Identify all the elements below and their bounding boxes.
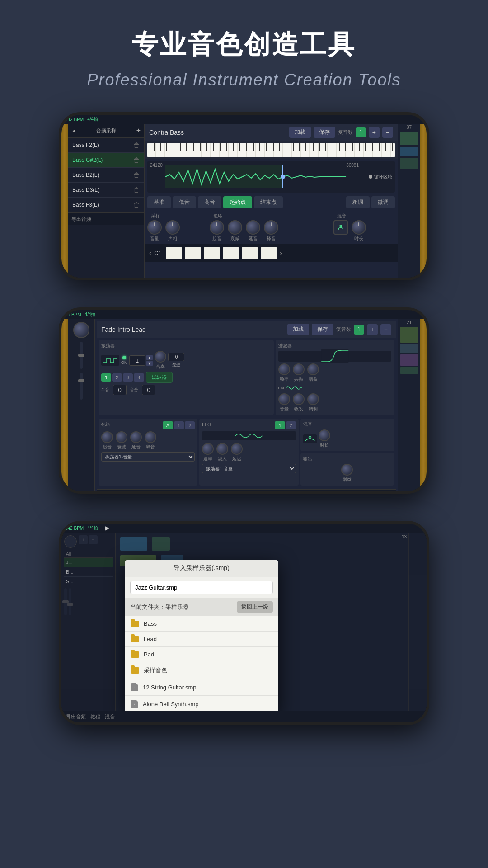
- piano-key-4[interactable]: [223, 247, 239, 259]
- env-tab-2[interactable]: 2: [185, 421, 195, 429]
- transpose-value[interactable]: 1: [129, 355, 145, 366]
- play-btn[interactable]: ▶: [105, 525, 109, 531]
- sidebar-list-btn[interactable]: ≡: [89, 535, 98, 544]
- priority-value[interactable]: 0: [168, 353, 184, 361]
- delete-track-icon-2[interactable]: 🗑: [133, 171, 140, 179]
- poly-minus-btn-2[interactable]: −: [380, 324, 391, 335]
- save-btn[interactable]: 保存: [314, 127, 335, 138]
- lfo-tab-1[interactable]: 1: [275, 421, 285, 429]
- list-item-bell[interactable]: ♪ Alone Bell Synth.smp: [125, 696, 278, 712]
- svg-point-6: [309, 437, 311, 439]
- transpose-up-btn[interactable]: ▲: [146, 355, 153, 360]
- transpose-down-btn[interactable]: ▼: [146, 361, 153, 366]
- poly-plus-btn[interactable]: +: [369, 127, 380, 138]
- on-label: ON: [121, 360, 127, 365]
- osc-tab-1[interactable]: 1: [101, 373, 111, 382]
- export-audio-btn[interactable]: 导出音频: [71, 216, 91, 222]
- load-btn-2[interactable]: 加载: [287, 324, 309, 335]
- env-tab-a[interactable]: A: [163, 421, 173, 429]
- osc-on-led[interactable]: [122, 356, 126, 359]
- poly-plus-btn-2[interactable]: +: [367, 324, 378, 335]
- wood-panel-left-2: [61, 319, 68, 491]
- nav-arrow[interactable]: ◄: [71, 128, 76, 133]
- import-dialog: 导入采样乐器(.smp) 当前文件夹：采样乐器 返回上一级 Bass: [125, 560, 278, 712]
- header-section: 专业音色创造工具 Professional Instrument Creatio…: [0, 0, 488, 112]
- page-title-zh: 专业音色创造工具: [18, 27, 470, 62]
- env-release-knob: 释音: [145, 431, 156, 450]
- track-list: ◄ 音频采样 + Bass F2(L) 🗑 Bass G#2(L) 🗑 Bass…: [68, 124, 145, 278]
- env-tab-1[interactable]: 1: [174, 421, 184, 429]
- poly-minus-btn[interactable]: −: [382, 127, 393, 138]
- piano-prev-btn[interactable]: ‹: [149, 249, 151, 257]
- phone-mockup-1: 142 BPM 4/4拍 ◄ 音频采样 + Bass F2(L) 🗑 Bass …: [59, 112, 429, 280]
- piano-key-5[interactable]: [242, 247, 258, 259]
- cents-value[interactable]: 0: [142, 385, 155, 395]
- delete-track-icon[interactable]: 🗑: [133, 142, 140, 149]
- piano-key-6[interactable]: [261, 247, 277, 259]
- add-track-btn[interactable]: +: [136, 127, 141, 135]
- filter-btn[interactable]: 滤波器: [146, 372, 173, 383]
- osc-tab-2[interactable]: 2: [112, 373, 122, 382]
- back-btn[interactable]: 返回上一级: [237, 601, 273, 613]
- current-path-label: 当前文件夹：采样乐器: [130, 603, 189, 611]
- list-item-lead[interactable]: Lead: [125, 632, 278, 647]
- semitone-value[interactable]: 0: [113, 385, 127, 395]
- track-label-b[interactable]: B...: [64, 567, 113, 577]
- mix-btn[interactable]: 混音: [105, 713, 115, 720]
- track-label-j[interactable]: J...: [64, 558, 113, 567]
- delete-track-icon-4[interactable]: 🗑: [133, 201, 140, 208]
- sidebar-master-knob[interactable]: [64, 535, 77, 548]
- master-knob[interactable]: [73, 322, 89, 338]
- coarse-tune-btn[interactable]: 粗调: [346, 196, 370, 208]
- filter-box: 滤波器: [276, 340, 394, 415]
- env-dropdown-1[interactable]: 振荡器1-音量: [101, 452, 195, 462]
- track-label-s[interactable]: S...: [64, 577, 113, 586]
- lfo-box: LFO 1 2 速率: [199, 419, 298, 486]
- screen-3: 142 BPM 4/4拍 ▶ + ≡ All J...: [61, 524, 427, 722]
- mixer-slider-1[interactable]: [64, 588, 67, 615]
- track-item-active[interactable]: Bass G#2(L) 🗑: [68, 153, 144, 168]
- dialog-path-bar: 当前文件夹：采样乐器 返回上一级: [125, 598, 278, 616]
- track-item[interactable]: Bass F2(L) 🗑: [68, 138, 144, 153]
- list-item-guitar[interactable]: ♪ 12 String Guitar.smp: [125, 679, 278, 696]
- osc-tab-4[interactable]: 4: [134, 373, 144, 382]
- lfo-delay-label: 延迟: [232, 456, 241, 462]
- list-item-bass[interactable]: Bass: [125, 616, 278, 632]
- timeline-num: 37: [407, 125, 412, 130]
- sampling-section: 采样 音量 声相: [147, 212, 209, 242]
- piano-key-1[interactable]: [166, 247, 182, 259]
- piano-key-2[interactable]: [185, 247, 201, 259]
- search-input[interactable]: [130, 581, 273, 594]
- list-item-pad[interactable]: Pad: [125, 647, 278, 662]
- lfo-dropdown[interactable]: 振荡器1-音量: [202, 464, 296, 473]
- track-item-4[interactable]: Bass F3(L) 🗑: [68, 198, 144, 212]
- track-item-3[interactable]: Bass D3(L) 🗑: [68, 183, 144, 198]
- tab-treble[interactable]: 高音: [198, 196, 221, 208]
- piano-next-btn[interactable]: ›: [280, 249, 282, 257]
- tab-bass[interactable]: 低音: [173, 196, 196, 208]
- tab-start[interactable]: 起始点: [223, 196, 252, 208]
- sidebar-add-btn[interactable]: +: [79, 535, 88, 544]
- volume-slider[interactable]: [80, 342, 83, 369]
- piano-keyboard-1[interactable]: [145, 141, 398, 159]
- delete-track-icon-3[interactable]: 🗑: [133, 186, 140, 193]
- tab-end[interactable]: 结束点: [254, 196, 283, 208]
- save-btn-2[interactable]: 保存: [312, 324, 333, 335]
- wood-panel-right-1: [420, 124, 427, 278]
- delete-track-icon-active[interactable]: 🗑: [133, 156, 140, 164]
- timeline-block-2: [400, 147, 418, 156]
- tab-base[interactable]: 基准: [147, 196, 171, 208]
- screen-1: 142 BPM 4/4拍 ◄ 音频采样 + Bass F2(L) 🗑 Bass …: [61, 115, 427, 278]
- lfo-tab-2[interactable]: 2: [286, 421, 296, 429]
- mixer-slider-2[interactable]: [69, 588, 71, 615]
- load-btn[interactable]: 加载: [289, 127, 311, 138]
- lfo-speed-label: 速率: [203, 456, 212, 462]
- osc-tab-3[interactable]: 3: [123, 373, 133, 382]
- list-item-sample-tone[interactable]: 采样音色: [125, 662, 278, 679]
- pan-slider[interactable]: [80, 373, 83, 400]
- export-btn-3[interactable]: 导出音频: [66, 713, 86, 720]
- piano-key-3[interactable]: [204, 247, 220, 259]
- track-item-2[interactable]: Bass B2(L) 🗑: [68, 168, 144, 183]
- fine-tune-btn[interactable]: 微调: [371, 196, 395, 208]
- tutorial-btn[interactable]: 教程: [90, 713, 100, 720]
